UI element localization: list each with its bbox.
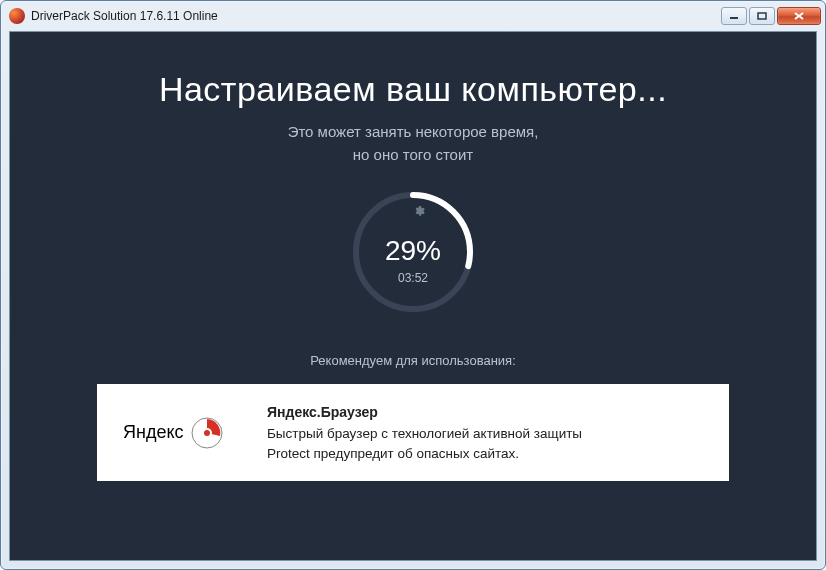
brand-name: Яндекс — [123, 422, 184, 443]
minimize-button[interactable] — [721, 7, 747, 25]
titlebar[interactable]: DriverPack Solution 17.6.11 Online — [1, 1, 825, 31]
content-area: Настраиваем ваш компьютер... Это может з… — [9, 31, 817, 561]
recommendation-line-2: Protect предупредит об опасных сайтах. — [267, 444, 582, 464]
recommendation-title: Яндекс.Браузер — [267, 402, 582, 422]
app-icon — [9, 8, 25, 24]
subtitle-line-1: Это может занять некоторое время, — [288, 123, 539, 140]
close-icon — [793, 11, 805, 21]
progress-ring: 29% 03:52 — [348, 187, 478, 317]
svg-rect-1 — [758, 13, 766, 19]
minimize-icon — [729, 12, 739, 20]
progress-percent: 29% — [348, 235, 478, 267]
maximize-button[interactable] — [749, 7, 775, 25]
yandex-browser-icon — [190, 416, 224, 450]
recommendation-line-1: Быстрый браузер с технологией активной з… — [267, 424, 582, 444]
window-controls — [721, 7, 821, 25]
window-title: DriverPack Solution 17.6.11 Online — [31, 9, 721, 23]
subtitle-line-2: но оно того стоит — [353, 146, 473, 163]
close-button[interactable] — [777, 7, 821, 25]
brand-block: Яндекс — [123, 416, 243, 450]
recommendation-body: Яндекс.Браузер Быстрый браузер с техноло… — [267, 402, 582, 463]
recommend-label: Рекомендуем для использования: — [310, 353, 516, 368]
app-window: DriverPack Solution 17.6.11 Online Настр… — [0, 0, 826, 570]
progress-elapsed: 03:52 — [348, 271, 478, 285]
recommendation-card[interactable]: Яндекс Яндекс.Браузер Быстрый браузер с … — [97, 384, 729, 481]
page-title: Настраиваем ваш компьютер... — [159, 70, 667, 109]
maximize-icon — [757, 12, 767, 20]
svg-point-8 — [204, 430, 210, 436]
